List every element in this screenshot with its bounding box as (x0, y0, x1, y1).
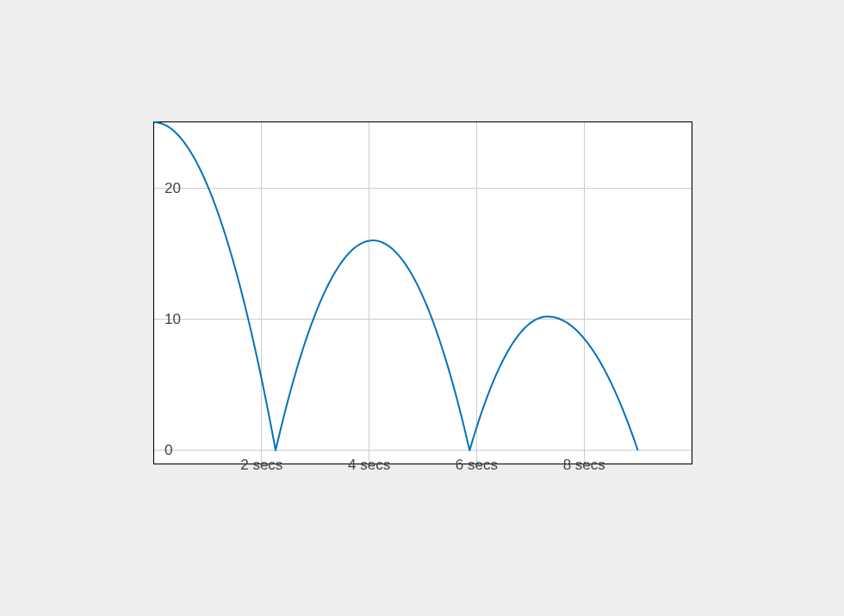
grid-lines (154, 122, 692, 464)
tick-labels: 2 secs4 secs6 secs8 secs01020 (164, 180, 605, 473)
x-tick-label: 2 secs (240, 457, 282, 473)
y-tick-label: 20 (164, 180, 181, 196)
x-tick-label: 4 secs (348, 457, 390, 473)
plot-axes: 2 secs4 secs6 secs8 secs01020 (153, 121, 692, 464)
x-tick-label: 8 secs (563, 457, 605, 473)
y-tick-label: 10 (164, 311, 181, 327)
x-tick-label: 6 secs (456, 457, 498, 473)
y-tick-label: 0 (164, 442, 172, 458)
axis-ticks (154, 122, 692, 464)
data-curve (154, 122, 638, 451)
